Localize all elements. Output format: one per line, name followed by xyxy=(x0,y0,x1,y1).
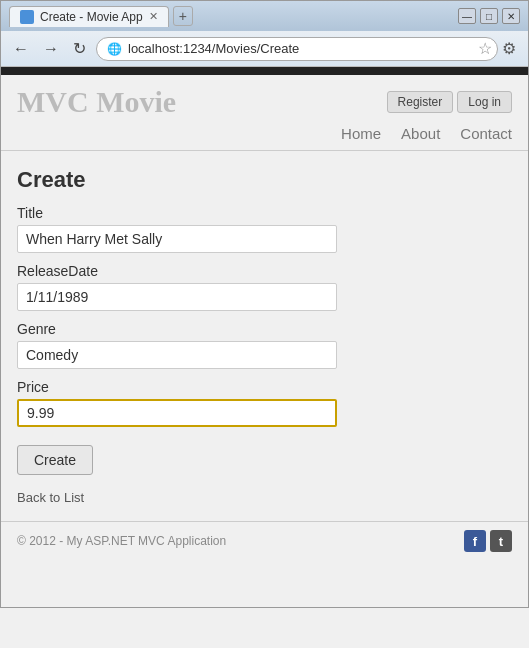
title-field-group: Title xyxy=(17,205,512,253)
bookmark-button[interactable]: ☆ xyxy=(478,39,492,58)
tab-title: Create - Movie App xyxy=(40,10,143,24)
close-window-button[interactable]: ✕ xyxy=(502,8,520,24)
title-label: Title xyxy=(17,205,512,221)
new-tab-button[interactable]: + xyxy=(173,6,193,26)
site-navigation: Home About Contact xyxy=(1,119,528,151)
site-title: MVC Movie xyxy=(17,85,176,119)
back-link-container: Back to List xyxy=(17,489,512,505)
url-display: localhost:1234/Movies/Create xyxy=(128,41,299,56)
twitter-icon[interactable]: t xyxy=(490,530,512,552)
release-date-field-group: ReleaseDate xyxy=(17,263,512,311)
genre-field-group: Genre xyxy=(17,321,512,369)
minimize-button[interactable]: — xyxy=(458,8,476,24)
login-button[interactable]: Log in xyxy=(457,91,512,113)
maximize-button[interactable]: □ xyxy=(480,8,498,24)
price-input[interactable] xyxy=(17,399,337,427)
genre-input[interactable] xyxy=(17,341,337,369)
page-title: Create xyxy=(17,167,512,193)
tools-button[interactable]: ⚙ xyxy=(498,37,520,60)
tab-close-btn[interactable]: ✕ xyxy=(149,10,158,23)
release-date-input[interactable] xyxy=(17,283,337,311)
top-bar xyxy=(1,67,528,75)
nav-home[interactable]: Home xyxy=(341,125,381,142)
back-button[interactable]: ← xyxy=(9,38,33,60)
address-bar[interactable]: 🌐 localhost:1234/Movies/Create xyxy=(96,37,498,61)
footer-copyright: © 2012 - My ASP.NET MVC Application xyxy=(17,534,226,548)
register-button[interactable]: Register xyxy=(387,91,454,113)
tab-favicon xyxy=(20,10,34,24)
title-input[interactable] xyxy=(17,225,337,253)
price-field-group: Price xyxy=(17,379,512,427)
price-label: Price xyxy=(17,379,512,395)
nav-about[interactable]: About xyxy=(401,125,440,142)
forward-button[interactable]: → xyxy=(39,38,63,60)
browser-tab[interactable]: Create - Movie App ✕ xyxy=(9,6,169,27)
refresh-button[interactable]: ↻ xyxy=(69,37,90,60)
address-icon: 🌐 xyxy=(107,42,122,56)
genre-label: Genre xyxy=(17,321,512,337)
nav-contact[interactable]: Contact xyxy=(460,125,512,142)
release-date-label: ReleaseDate xyxy=(17,263,512,279)
create-submit-button[interactable]: Create xyxy=(17,445,93,475)
back-to-list-link[interactable]: Back to List xyxy=(17,490,84,505)
facebook-icon[interactable]: f xyxy=(464,530,486,552)
